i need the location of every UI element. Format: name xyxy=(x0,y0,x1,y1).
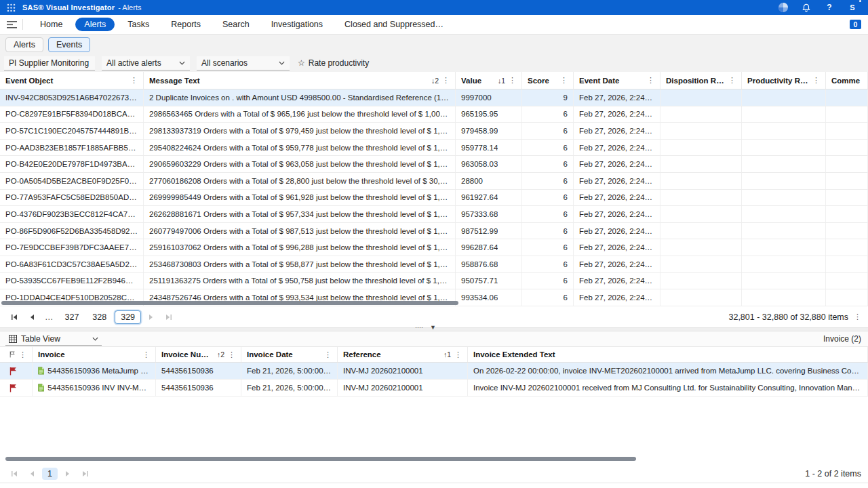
kebab-menu-icon[interactable]: ⋮ xyxy=(19,351,26,359)
nav-item[interactable]: Closed and Suppressed… xyxy=(336,18,452,31)
last-page-button[interactable] xyxy=(78,467,93,481)
previous-page-button[interactable] xyxy=(24,310,39,324)
score-cell: 6 xyxy=(564,277,568,285)
nav-item[interactable]: Alerts xyxy=(75,18,115,31)
sync-status-icon[interactable] xyxy=(777,1,789,14)
column-header-event-object[interactable]: Event Object⋮ xyxy=(0,72,144,89)
next-page-button[interactable] xyxy=(144,310,159,324)
first-page-button[interactable] xyxy=(7,467,22,481)
column-header-invoice-extended-text[interactable]: Invoice Extended Text xyxy=(468,347,868,362)
horizontal-scrollbar[interactable] xyxy=(5,457,636,461)
previous-page-button[interactable] xyxy=(24,467,39,481)
invoice-number-cell: 544356150936 xyxy=(161,367,214,375)
nav-item[interactable]: Investigations xyxy=(262,18,332,31)
column-header-value[interactable]: Value↓1⋮ xyxy=(456,72,522,89)
horizontal-scrollbar[interactable] xyxy=(1,301,458,305)
column-header-invoice-number[interactable]: Invoice Number↑2⋮ xyxy=(156,347,241,362)
column-header-event-date[interactable]: Event Date⋮ xyxy=(574,72,660,89)
red-flag-icon[interactable] xyxy=(9,384,17,392)
view-mode-select[interactable]: Table View xyxy=(5,333,102,346)
event-object-cell: PO-53935CC67FEB9E112F2B946E62 xyxy=(5,277,138,285)
table-row[interactable]: PO-86F5D906F52D6BA335458D9221 2607794970… xyxy=(0,223,868,240)
kebab-menu-icon[interactable]: ⋮ xyxy=(728,77,736,84)
kebab-menu-icon[interactable]: ⋮ xyxy=(228,351,235,359)
page-button-1-current[interactable]: 1 xyxy=(42,468,58,480)
collapse-caret-icon[interactable]: ▼ xyxy=(430,324,436,331)
panel-splitter[interactable]: ···· ▼ xyxy=(0,327,868,331)
kebab-menu-icon[interactable]: ⋮ xyxy=(560,77,568,84)
workspace-select[interactable]: PI Supplier Monitoring xyxy=(4,56,95,70)
page-button-329-current[interactable]: 329 xyxy=(115,310,141,324)
column-header-invoice[interactable]: Invoice⋮ xyxy=(33,347,156,362)
productivity-rating-cell xyxy=(742,173,826,189)
kebab-menu-icon[interactable]: ⋮ xyxy=(454,351,462,359)
tab-events[interactable]: Events xyxy=(48,37,90,52)
table-row[interactable]: PO-C8297E91BF5F8394D018BCA755 2986563465… xyxy=(0,106,868,123)
column-header-productivity-rating[interactable]: Productivity Rating⋮ xyxy=(742,72,826,89)
event-date-cell: Feb 27, 2026, 2:24:08 AM xyxy=(579,127,654,135)
next-page-button[interactable] xyxy=(60,467,75,481)
rate-productivity-button[interactable]: ☆ Rate productivity xyxy=(298,58,369,68)
kebab-menu-icon[interactable]: ⋮ xyxy=(509,77,516,84)
first-page-button[interactable] xyxy=(7,310,22,324)
table-row[interactable]: PO-6A83F61CD3C57C38AE5A5D2B4F 2534687308… xyxy=(0,256,868,273)
app-launcher-icon[interactable] xyxy=(7,3,16,12)
column-header-disposition-reason[interactable]: Disposition Reason⋮ xyxy=(660,72,742,89)
nav-item[interactable]: Search xyxy=(214,18,258,31)
column-header-message-text[interactable]: Message Text↓2⋮ xyxy=(144,72,456,89)
table-row[interactable]: INV-942C8053D9251A6B470226732D 2 Duplica… xyxy=(0,89,868,106)
event-date-cell: Feb 27, 2026, 2:24:41 AM xyxy=(579,94,654,102)
page-button-327[interactable]: 327 xyxy=(60,311,85,323)
nav-item[interactable]: Home xyxy=(31,18,71,31)
productivity-rating-cell xyxy=(742,106,826,123)
disposition-reason-cell xyxy=(660,89,742,106)
invoice-row[interactable]: 544356150936 INV INV-MJ 2… 544356150936 … xyxy=(0,380,868,396)
kebab-menu-icon[interactable]: ⋮ xyxy=(442,77,450,84)
page-button-328[interactable]: 328 xyxy=(87,311,112,323)
table-row[interactable]: PO-57C1C190EC2045757444891B9A 2981339373… xyxy=(0,123,868,140)
table-row[interactable]: PO-B42E0E20DE7978F1D4973BA42D 2906596032… xyxy=(0,156,868,173)
productivity-rating-cell xyxy=(742,190,826,206)
score-cell: 6 xyxy=(564,260,568,268)
pagination-kebab-menu-icon[interactable]: ⋮ xyxy=(854,313,861,321)
invoice-link[interactable]: 544356150936 INV INV-MJ 2… xyxy=(47,384,150,392)
tab-alerts[interactable]: Alerts xyxy=(5,37,43,52)
entity-tab-invoice[interactable]: Invoice (2) xyxy=(823,334,863,344)
message-text-cell: 260779497006 Orders with a Total of $ 98… xyxy=(149,227,450,235)
collapse-menu-icon[interactable] xyxy=(7,21,17,28)
kebab-menu-icon[interactable]: ⋮ xyxy=(647,77,654,84)
last-page-button[interactable] xyxy=(161,310,176,324)
red-flag-icon[interactable] xyxy=(9,367,17,375)
value-cell: 28800 xyxy=(461,177,483,185)
table-row[interactable]: PO-77A953FAFC5C58ED2B850ADE35 2699999854… xyxy=(0,190,868,207)
detail-panel-header: Table View Invoice (2) xyxy=(0,331,868,346)
column-header-score[interactable]: Score⋮ xyxy=(522,72,574,89)
notification-count-badge[interactable]: 0 xyxy=(850,20,861,29)
column-header-flag[interactable]: ⋮ xyxy=(0,347,33,362)
chevron-down-icon xyxy=(179,61,185,65)
table-row[interactable]: PO-7E9DCCBEF39B7DFC3AAEE785FB 2591610370… xyxy=(0,239,868,256)
nav-item[interactable]: Tasks xyxy=(119,18,158,31)
user-avatar[interactable]: S xyxy=(846,1,859,14)
table-row[interactable]: PO-0A5054D5BE2ACBE0F9D25F02DB 2770601862… xyxy=(0,173,868,190)
column-header-comments[interactable]: Comme xyxy=(826,72,868,89)
splitter-handle[interactable]: ···· ▼ xyxy=(415,324,436,331)
table-row[interactable]: PO-53935CC67FEB9E112F2B946E62 2511913632… xyxy=(0,273,868,290)
kebab-menu-icon[interactable]: ⋮ xyxy=(812,77,820,84)
empty-area xyxy=(0,396,868,455)
kebab-menu-icon[interactable]: ⋮ xyxy=(142,351,150,359)
kebab-menu-icon[interactable]: ⋮ xyxy=(324,351,332,359)
notifications-bell-icon[interactable] xyxy=(800,1,812,14)
nav-item[interactable]: Reports xyxy=(162,18,210,31)
column-header-reference[interactable]: Reference↑1⋮ xyxy=(338,347,468,362)
scenario-filter-select[interactable]: All scenarios xyxy=(197,56,290,70)
kebab-menu-icon[interactable]: ⋮ xyxy=(130,77,138,84)
table-row[interactable]: PO-AAD3B23EB1857F1885AFBB5C82 2954082246… xyxy=(0,140,868,157)
column-header-invoice-date[interactable]: Invoice Date⋮ xyxy=(241,347,338,362)
table-row[interactable]: PO-4376DF9023B3ECC812F4CA7D53 2626288816… xyxy=(0,206,868,223)
invoice-row[interactable]: 544356150936 MetaJump LL… 544356150936 F… xyxy=(0,363,868,380)
event-date-cell: Feb 27, 2026, 2:24:48 AM xyxy=(579,177,654,185)
alert-filter-select[interactable]: All active alerts xyxy=(102,56,190,70)
help-icon[interactable]: ? xyxy=(823,1,835,14)
invoice-link[interactable]: 544356150936 MetaJump LL… xyxy=(47,367,150,375)
